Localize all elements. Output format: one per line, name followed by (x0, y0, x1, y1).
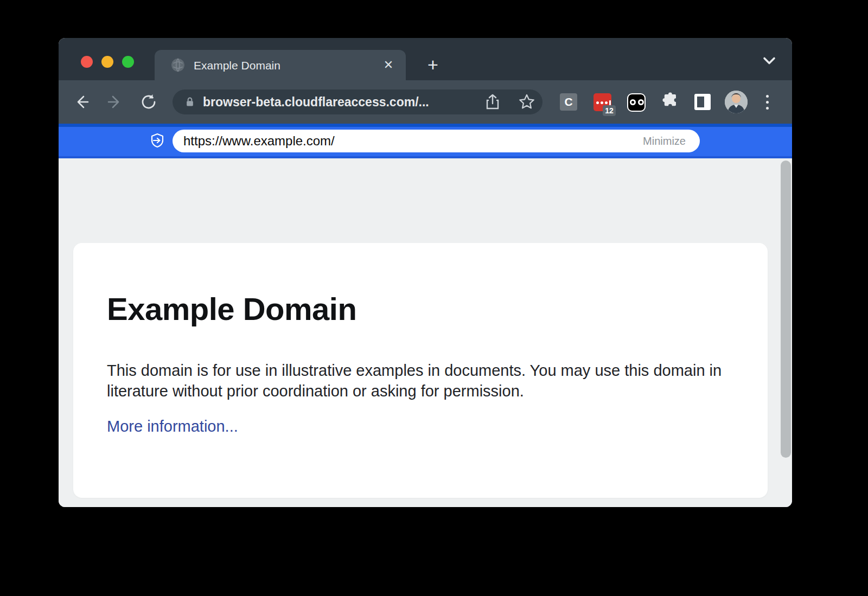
profile-avatar[interactable] (725, 91, 748, 113)
example-domain-card: Example Domain This domain is for use in… (73, 243, 768, 498)
back-icon[interactable] (73, 93, 90, 111)
more-information-link[interactable]: More information... (107, 418, 238, 435)
minimize-window-button[interactable] (101, 56, 113, 68)
page-title: Example Domain (107, 291, 356, 327)
bookmark-star-icon[interactable] (518, 93, 535, 111)
banner-url-value: https://www.example.com/ (183, 133, 335, 149)
avatar-photo (725, 91, 748, 113)
banner-minimize-button[interactable]: Minimize (643, 135, 686, 148)
tab-close-icon[interactable]: ✕ (382, 59, 395, 72)
browser-toolbar: browser-beta.cloudflareaccess.com/... C … (59, 80, 792, 124)
close-window-button[interactable] (81, 56, 93, 68)
reload-icon[interactable] (140, 93, 157, 111)
address-bar-url: browser-beta.cloudflareaccess.com/... (203, 95, 429, 110)
browser-window: Example Domain ✕ + browser-beta.cloudfla… (59, 38, 792, 507)
share-icon[interactable] (484, 93, 501, 111)
browser-menu-icon[interactable] (762, 92, 773, 112)
lock-icon[interactable] (184, 97, 195, 107)
extension-c-icon[interactable]: C (560, 93, 577, 111)
forward-icon[interactable] (106, 93, 124, 111)
banner-url-input[interactable]: https://www.example.com/ Minimize (173, 130, 700, 152)
tab-strip: Example Domain ✕ + (59, 38, 792, 80)
globe-favicon-icon (171, 58, 185, 72)
side-panel-icon[interactable] (694, 94, 711, 110)
two-circles-extension-icon[interactable] (627, 93, 646, 112)
scrollbar-thumb[interactable] (781, 161, 791, 458)
lastpass-dots-glyph (596, 100, 611, 105)
tab-search-chevron-down-icon[interactable] (760, 51, 779, 71)
extensions-puzzle-icon[interactable] (661, 92, 679, 111)
tab-example-domain[interactable]: Example Domain ✕ (155, 50, 406, 80)
page-paragraph: This domain is for use in illustrative e… (107, 360, 731, 401)
page-viewport: Example Domain This domain is for use in… (59, 158, 792, 507)
remote-browser-banner: https://www.example.com/ Minimize (59, 124, 792, 158)
lastpass-extension-icon[interactable]: 12 (593, 93, 611, 111)
lastpass-badge: 12 (603, 105, 616, 116)
zoom-window-button[interactable] (122, 56, 134, 68)
new-tab-button[interactable]: + (421, 53, 445, 76)
shield-arrow-icon (150, 133, 165, 148)
tab-title: Example Domain (194, 59, 280, 72)
